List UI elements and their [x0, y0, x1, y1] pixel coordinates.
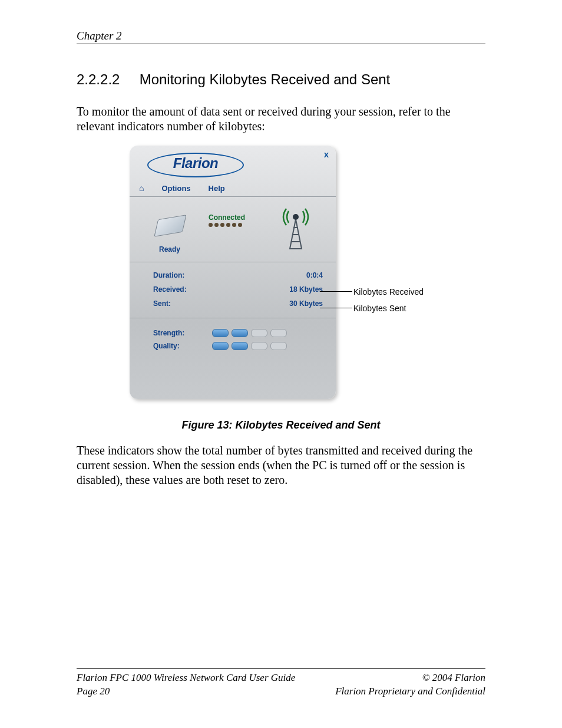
close-icon[interactable]: x	[324, 149, 329, 159]
after-paragraph: These indicators show the total number o…	[77, 443, 485, 487]
strength-bars-icon	[212, 329, 287, 337]
antenna-icon	[278, 207, 313, 251]
callout-received: Kilobytes Received	[353, 287, 424, 297]
menu-bar: ⌂ Options Help	[130, 180, 336, 197]
app-window: x Flarion ⌂ Options Help Ready Connected	[130, 146, 336, 399]
sent-value: 30 Kbytes	[289, 299, 323, 308]
page-footer: Flarion FPC 1000 Wireless Network Card U…	[77, 668, 485, 699]
quality-label: Quality:	[153, 342, 194, 350]
svg-point-3	[293, 214, 299, 220]
menu-options[interactable]: Options	[161, 184, 190, 193]
row-sent: Sent: 30 Kbytes	[153, 297, 323, 311]
sent-label: Sent:	[153, 299, 171, 308]
quality-bars-icon	[212, 342, 287, 350]
received-value: 18 Kbytes	[289, 285, 323, 294]
footer-copyright: © 2004 Flarion	[335, 671, 485, 685]
data-rows: Duration: 0:0:4 Received: 18 Kbytes Sent…	[130, 262, 336, 318]
duration-label: Duration:	[153, 271, 184, 279]
footer-doc-title: Flarion FPC 1000 Wireless Network Card U…	[77, 671, 295, 685]
menu-help[interactable]: Help	[209, 184, 225, 193]
row-quality: Quality:	[153, 340, 323, 353]
footer-page-number: Page 20	[77, 685, 295, 699]
section-heading: 2.2.2.2 Monitoring Kilobytes Received an…	[77, 71, 485, 88]
row-strength: Strength:	[153, 327, 323, 340]
section-number: 2.2.2.2	[77, 71, 135, 88]
callout-sent: Kilobytes Sent	[353, 304, 406, 313]
row-received: Received: 18 Kbytes	[153, 282, 323, 297]
status-block: Ready Connected	[130, 197, 336, 262]
figure-caption: Figure 13: Kilobytes Received and Sent	[77, 419, 485, 431]
row-duration: Duration: 0:0:4	[153, 268, 323, 282]
activity-dots-icon	[209, 223, 242, 227]
ready-label: Ready	[159, 245, 180, 253]
brand-logo: Flarion	[147, 153, 336, 177]
network-card-icon	[154, 215, 186, 237]
received-label: Received:	[153, 285, 187, 294]
strength-label: Strength:	[153, 329, 194, 337]
duration-value: 0:0:4	[306, 271, 323, 279]
section-title: Monitoring Kilobytes Received and Sent	[140, 71, 391, 87]
intro-paragraph: To monitor the amount of data sent or re…	[77, 104, 485, 134]
figure-area: x Flarion ⌂ Options Help Ready Connected	[77, 146, 489, 405]
signal-rows: Strength: Quality:	[130, 318, 336, 361]
callout-line-sent	[320, 308, 352, 308]
brand-text: Flarion	[173, 155, 219, 171]
home-icon[interactable]: ⌂	[139, 183, 144, 193]
footer-confidential: Flarion Proprietary and Confidential	[335, 685, 485, 699]
chapter-header: Chapter 2	[77, 29, 485, 44]
connected-label: Connected	[209, 213, 245, 222]
callout-line-received	[320, 291, 352, 292]
